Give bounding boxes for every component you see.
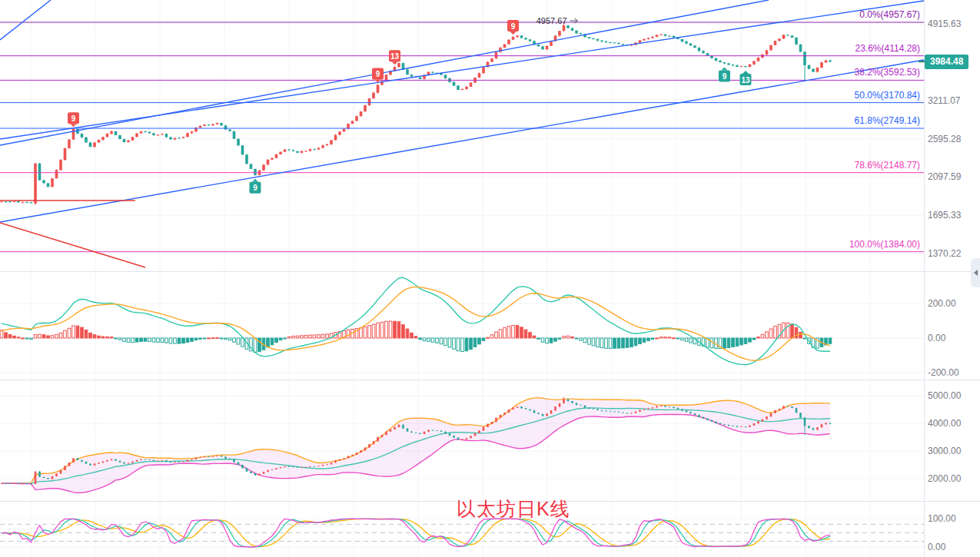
trendline bbox=[0, 0, 51, 40]
candle-body bbox=[254, 169, 257, 175]
mini-candle-body bbox=[723, 424, 726, 425]
mini-candle-body bbox=[478, 431, 480, 433]
mini-candle-body bbox=[368, 444, 370, 447]
mini-candle-body bbox=[364, 448, 367, 451]
td-count-badge[interactable]: 9 bbox=[68, 112, 79, 127]
candle-body bbox=[782, 35, 786, 38]
fib-retracement[interactable] bbox=[0, 22, 924, 252]
mini-candle-body bbox=[584, 406, 586, 408]
macd-bar bbox=[131, 338, 135, 343]
td-badges[interactable]: 991399913 bbox=[68, 20, 752, 194]
macd-bar bbox=[233, 338, 236, 342]
candlestick-series[interactable] bbox=[0, 22, 832, 205]
mini-candle-body bbox=[546, 413, 548, 416]
macd-bar bbox=[757, 337, 760, 338]
panel-collapse-toggle[interactable] bbox=[971, 258, 980, 287]
candle-body bbox=[752, 61, 756, 65]
candle-body bbox=[723, 62, 726, 64]
macd-bar bbox=[140, 338, 143, 341]
macd-bar bbox=[639, 338, 642, 344]
candle-body bbox=[689, 44, 693, 46]
candle-body bbox=[115, 131, 118, 135]
mini-candle-body bbox=[660, 406, 663, 406]
mini-candle-body bbox=[605, 411, 607, 412]
td-badge-number: 13 bbox=[390, 52, 400, 61]
candle-body bbox=[656, 35, 659, 36]
macd-bar bbox=[444, 338, 447, 346]
macd-bar bbox=[427, 338, 430, 341]
macd-bar bbox=[165, 338, 168, 343]
td-count-badge[interactable]: 9 bbox=[250, 179, 261, 194]
candle-body bbox=[165, 134, 168, 137]
candle-body bbox=[643, 39, 646, 41]
macd-bar bbox=[106, 337, 109, 338]
candle-body bbox=[144, 131, 147, 132]
td-count-badge[interactable]: 9 bbox=[507, 20, 519, 35]
mini-candle-body bbox=[136, 460, 138, 462]
candle-body bbox=[470, 83, 473, 87]
macd-bar bbox=[279, 338, 282, 340]
macd-bar bbox=[495, 332, 498, 338]
mini-candle-body bbox=[669, 407, 671, 408]
candle-body bbox=[157, 134, 160, 135]
macd-bar bbox=[254, 338, 257, 352]
macd-bar bbox=[30, 338, 33, 340]
macd-bar bbox=[385, 321, 388, 338]
mini-candle-body bbox=[424, 432, 426, 434]
candle-body bbox=[284, 149, 287, 151]
macd-bar bbox=[372, 324, 375, 338]
macd-bar bbox=[529, 333, 532, 338]
macd-bar bbox=[64, 330, 67, 338]
mini-candle-body bbox=[593, 409, 595, 409]
mini-candle-body bbox=[550, 410, 553, 413]
price-chart-canvas[interactable]: 9913999134957.67 bbox=[0, 0, 980, 557]
mini-candle-body bbox=[339, 459, 341, 461]
candle-body bbox=[520, 35, 523, 38]
macd-bar bbox=[118, 338, 121, 340]
macd-bar bbox=[8, 334, 12, 338]
macd-bar bbox=[380, 322, 384, 338]
macd-signal-line bbox=[2, 287, 830, 360]
mini-candle-body bbox=[102, 462, 105, 463]
macd-bar bbox=[237, 338, 240, 344]
candle-body bbox=[592, 38, 595, 39]
candle-body bbox=[38, 164, 42, 181]
mini-candle-body bbox=[745, 426, 747, 427]
macd-bar bbox=[461, 338, 464, 352]
mini-candle-body bbox=[38, 472, 41, 477]
mini-candle-body bbox=[537, 413, 540, 414]
mini-candle-body bbox=[85, 462, 88, 464]
candle-body bbox=[541, 46, 544, 49]
macd-bar bbox=[736, 338, 739, 346]
candle-body bbox=[617, 43, 620, 44]
candle-body bbox=[106, 134, 109, 137]
macd-bar bbox=[220, 338, 223, 339]
mini-candle-body bbox=[9, 483, 12, 484]
td-badge-number: 9 bbox=[723, 72, 727, 81]
macd-bar bbox=[457, 338, 460, 351]
candle-body bbox=[199, 126, 202, 128]
macd-bar bbox=[668, 337, 671, 338]
macd-bar bbox=[431, 338, 434, 342]
td-count-badge[interactable]: 13 bbox=[389, 50, 400, 65]
mini-candle-body bbox=[821, 424, 823, 427]
mini-candle-body bbox=[360, 450, 362, 453]
candle-body bbox=[651, 37, 654, 38]
mini-candle-body bbox=[204, 456, 206, 457]
candle-body bbox=[241, 145, 244, 154]
trendlines[interactable] bbox=[0, 0, 924, 267]
td-count-badge[interactable]: 9 bbox=[719, 68, 730, 82]
candle-body bbox=[161, 134, 164, 134]
macd-bar bbox=[482, 338, 485, 341]
td-count-badge[interactable]: 13 bbox=[740, 71, 752, 85]
td-badge-pointer bbox=[252, 179, 258, 182]
candle-body bbox=[338, 131, 341, 134]
mini-candle-body bbox=[427, 430, 430, 432]
macd-bar bbox=[224, 338, 228, 339]
candle-body bbox=[152, 134, 155, 136]
macd-bar bbox=[740, 338, 743, 345]
mini-candle-body bbox=[525, 408, 527, 409]
macd-bar bbox=[651, 338, 654, 340]
macd-bar bbox=[410, 333, 414, 338]
mini-candle-body bbox=[208, 456, 210, 457]
